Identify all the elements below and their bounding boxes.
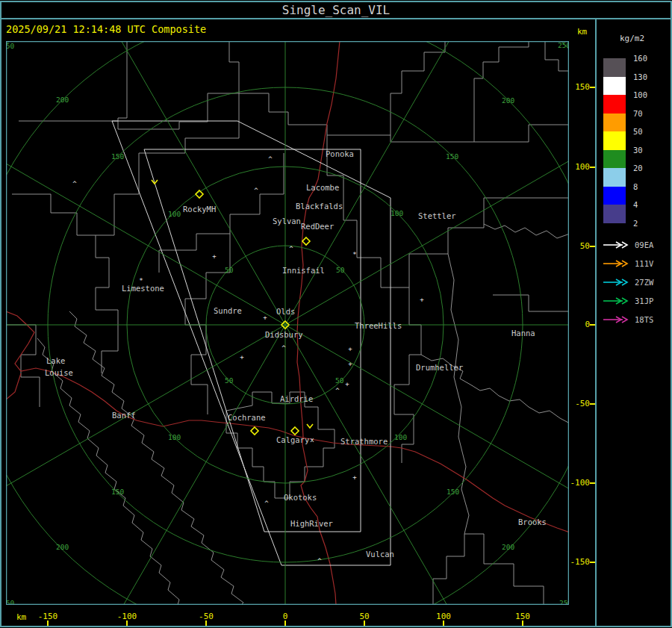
ring-distance-label: 250: [558, 41, 569, 49]
colorbar-value: 30: [633, 146, 643, 155]
bottom-axis-tick: [522, 621, 523, 626]
colorbar-value: 20: [633, 164, 643, 172]
town-marker: ^: [72, 180, 77, 187]
city-label: Drumheller: [416, 363, 463, 372]
vector-id-label: 111V: [635, 259, 654, 268]
radar-site-marker: [302, 237, 310, 245]
right-axis-tick: [590, 87, 595, 88]
colorbar-value: 50: [633, 127, 643, 136]
right-axis-label: -150: [557, 557, 590, 567]
city-label: Didsbury: [265, 330, 303, 339]
town-marker: +: [240, 353, 244, 361]
bottom-axis-tick: [364, 621, 365, 626]
town-marker: ^: [335, 387, 340, 394]
ring-distance-label: 250: [6, 42, 14, 50]
city-label: Limestone: [122, 284, 164, 293]
city-label: Banff: [112, 411, 136, 420]
city-label: Hanna: [511, 329, 535, 338]
vector-arrow-head: [622, 242, 627, 248]
colorbar-block: [603, 77, 626, 96]
county-line: [474, 125, 569, 142]
county-line: [37, 338, 179, 605]
colorbar-value: 70: [633, 109, 643, 118]
ring-distance-label: 150: [447, 488, 459, 496]
city-label: Strathmore: [340, 437, 388, 446]
colorbar-block: [603, 205, 626, 223]
vector-legend: 09EA111V27ZW31JP18TS: [596, 235, 672, 332]
county-line: [433, 254, 469, 605]
bottom-axis-tick: [443, 621, 444, 626]
ring-distance-label: 50: [335, 376, 344, 385]
city-label: Stettler: [418, 211, 456, 220]
ring-distance-label: 50: [336, 266, 345, 274]
city-label: Vulcan: [366, 550, 394, 559]
radar-site-marker: [251, 427, 258, 435]
radar-site-marker: [291, 427, 299, 435]
city-label: Lake: [46, 356, 65, 365]
ring-distance-label: 50: [225, 376, 234, 385]
colorbar-value: 2: [633, 219, 638, 228]
ring-distance-label: 200: [502, 96, 514, 105]
vector-arrow-head: [622, 298, 627, 304]
county-line: [391, 41, 529, 142]
ring-distance-label: 150: [111, 152, 124, 161]
ring-distance-label: 100: [168, 433, 181, 441]
town-marker: ^: [254, 187, 258, 194]
map-canvas: 5050505010010010010015015015015020020020…: [6, 41, 569, 605]
colorbar-value: 130: [633, 72, 647, 81]
town-marker: +: [263, 314, 267, 321]
right-axis-label: -100: [557, 478, 590, 488]
window-top-border: [0, 1, 672, 2]
city-label: Louise: [45, 368, 73, 377]
wind-chevron-marker: [307, 424, 313, 428]
city-label: Sylvan: [273, 217, 301, 226]
colorbar-block: [603, 131, 626, 150]
city-label: Cochrane: [228, 413, 266, 422]
town-marker: +: [212, 252, 217, 260]
town-marker: +: [348, 360, 352, 367]
town-marker: ^: [264, 500, 269, 507]
radar-window: Single_Scan_VIL 2025/09/21 12:14:48 UTC …: [0, 0, 672, 628]
right-axis-tick: [590, 562, 595, 563]
county-line: [69, 311, 243, 605]
right-axis-label: 0: [557, 320, 590, 329]
town-marker: *: [352, 251, 356, 258]
town-marker: x: [310, 436, 314, 444]
city-label: Airdrie: [280, 394, 313, 403]
city-label: Ponoka: [326, 149, 354, 158]
right-axis-tick: [590, 482, 595, 484]
right-axis-tick: [590, 167, 595, 168]
right-axis-tick: [590, 246, 595, 247]
vector-id-label: 09EA: [635, 240, 654, 249]
city-label: Brooks: [518, 517, 547, 526]
ring-distance-label: 100: [394, 433, 407, 441]
ring-distance-label: 200: [56, 543, 69, 551]
town-marker: +: [420, 296, 424, 303]
vector-id-label: 27ZW: [635, 278, 654, 287]
bottom-axis-tick: [47, 621, 49, 626]
radial-line: [285, 63, 569, 325]
colorbar-block: [603, 58, 626, 77]
town-marker: ^: [268, 155, 273, 163]
right-axis-label: 50: [557, 241, 590, 251]
right-axis-tick: [590, 324, 595, 326]
right-axis-unit-label: km: [577, 27, 587, 37]
scan-area-outline: [112, 121, 391, 565]
vector-arrow-head: [622, 261, 627, 267]
city-label: ThreeHills: [355, 321, 402, 330]
town-marker: ^: [289, 245, 293, 252]
town-marker: *: [139, 277, 143, 285]
vector-id-label: 18TS: [635, 315, 653, 324]
colorbar-value: 100: [633, 90, 647, 99]
right-axis-label: 150: [557, 82, 590, 92]
bottom-axis-tick: [205, 621, 207, 626]
county-line: [226, 392, 335, 498]
right-axis-label: 100: [557, 162, 590, 172]
window-bottom-border: [0, 626, 672, 627]
vector-arrow-head: [622, 279, 627, 285]
right-axis-tick: [590, 403, 595, 405]
colorbar-value: 8: [633, 182, 638, 191]
ring-distance-label: 200: [502, 543, 514, 551]
titlebar-divider: [0, 18, 672, 19]
bottom-axis-tick: [284, 621, 286, 626]
